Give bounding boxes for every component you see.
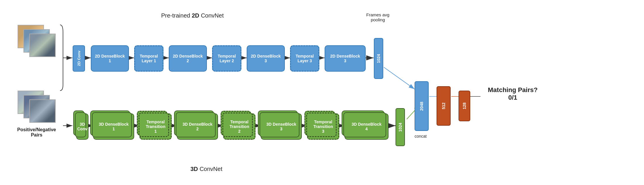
frames-avg-pooling-label: Frames avgpooling — [366, 12, 389, 22]
2d-conv-block: 2D Conv — [73, 45, 85, 72]
temporal-transition-2: TemporalTransition2 — [223, 113, 255, 140]
top-title: Pre-trained 2D ConvNet — [161, 12, 224, 19]
128-block: 128 — [459, 91, 470, 121]
2048-block: 2048 — [415, 81, 429, 131]
temporal-layer-1: TemporalLayer 1 — [134, 45, 163, 72]
concat-label: concat — [415, 134, 427, 139]
2d-denseblock-4: 2D DenseBlock3 — [325, 45, 366, 72]
3d-denseblock-2: 3D DenseBlock2 — [177, 113, 218, 140]
temporal-transition-1: TemporalTransition1 — [139, 113, 172, 140]
input-image-6 — [29, 99, 56, 123]
3d-denseblock-3: 3D DenseBlock3 — [261, 113, 302, 140]
bottom-1024-block: 1024 — [396, 108, 405, 146]
3d-denseblock-4: 3D DenseBlock4 — [345, 113, 389, 140]
input-label: Positive/NegativePairs — [13, 127, 60, 138]
3d-conv-block: 3D Conv — [76, 113, 88, 140]
temporal-layer-2: TemporalLayer 2 — [212, 45, 241, 72]
3d-denseblock-1: 3D DenseBlock1 — [93, 113, 134, 140]
input-image-3 — [29, 34, 56, 57]
bottom-title: 3D ConvNet — [190, 166, 222, 172]
512-block: 512 — [437, 86, 451, 126]
2d-denseblock-1: 2D DenseBlock1 — [91, 45, 129, 72]
2d-denseblock-3: 2D DenseBlock3 — [247, 45, 285, 72]
svg-line-21 — [384, 67, 415, 89]
top-1024-block: 1024 — [374, 38, 383, 79]
temporal-layer-3: TemporalLayer 3 — [290, 45, 319, 72]
temporal-transition-3: TemporalTransition3 — [307, 113, 339, 140]
output-label: Matching Pairs?0/1 — [481, 86, 545, 101]
2d-denseblock-2: 2D DenseBlock2 — [169, 45, 207, 72]
